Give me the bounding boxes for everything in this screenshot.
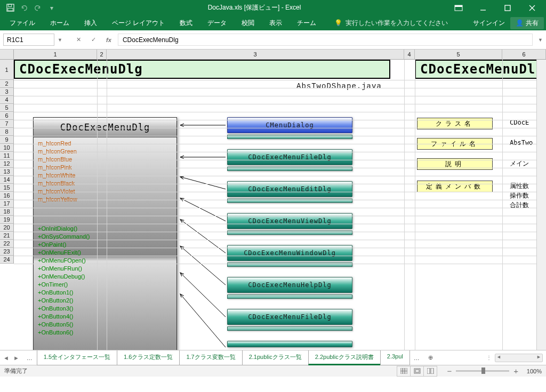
- signin-link[interactable]: サインイン: [473, 19, 505, 28]
- sheet-nav-first-icon[interactable]: ◄: [3, 355, 9, 361]
- zoom-slider[interactable]: [456, 370, 509, 372]
- row-header[interactable]: 4: [0, 96, 14, 104]
- spreadsheet-grid[interactable]: 123456 123456789101112131415161718192021…: [0, 50, 546, 350]
- ribbon-tab[interactable]: ページ レイアウト: [105, 16, 172, 30]
- ribbon-tab[interactable]: 挿入: [77, 16, 105, 30]
- svg-line-16: [180, 294, 226, 347]
- row-header[interactable]: 23: [0, 248, 14, 256]
- ribbon-tab[interactable]: チーム: [290, 16, 324, 30]
- svg-rect-24: [427, 368, 430, 374]
- related-class-box[interactable]: [227, 341, 352, 347]
- uml-operation: +OnButton3(): [38, 305, 172, 313]
- cancel-formula-icon[interactable]: ✕: [73, 34, 85, 46]
- new-sheet-icon[interactable]: ⊕: [424, 352, 437, 364]
- ribbon-tab[interactable]: データ: [200, 16, 234, 30]
- sheet-tab[interactable]: 1.7クラス変数一覧: [179, 350, 242, 365]
- sheet-tab[interactable]: 2.2publicクラス説明書: [308, 350, 381, 365]
- svg-rect-4: [455, 5, 462, 7]
- row-header[interactable]: 11: [0, 152, 14, 160]
- svg-rect-17: [400, 368, 407, 374]
- row-header[interactable]: 12: [0, 160, 14, 168]
- ribbon-tab[interactable]: 校閲: [234, 16, 262, 30]
- zoom-level[interactable]: 100%: [523, 368, 542, 374]
- ribbon-tab[interactable]: 数式: [172, 16, 200, 30]
- column-header[interactable]: 3: [107, 50, 404, 60]
- row-header[interactable]: 6: [0, 112, 14, 120]
- bulb-icon: 💡: [334, 19, 342, 27]
- sheet-more-icon[interactable]: …: [22, 352, 37, 364]
- column-header[interactable]: 6: [502, 50, 546, 60]
- row-header[interactable]: 19: [0, 216, 14, 224]
- row-header[interactable]: 20: [0, 224, 14, 232]
- row-header[interactable]: 13: [0, 168, 14, 176]
- ribbon-tabs: ファイル ホーム 挿入 ページ レイアウト 数式 データ 校閲 表示 チーム 💡…: [0, 15, 546, 30]
- fx-icon[interactable]: fx: [103, 34, 115, 46]
- row-header[interactable]: 24: [0, 256, 14, 264]
- class-header-cell[interactable]: CDocExecMenuDlg: [14, 60, 390, 79]
- row-header[interactable]: 7: [0, 120, 14, 128]
- formula-expand-icon[interactable]: ▼: [538, 37, 543, 43]
- class-header-cell-right[interactable]: CDocExecMenuDl: [415, 60, 545, 79]
- save-icon[interactable]: [4, 2, 16, 14]
- sheet-more-icon[interactable]: …: [410, 352, 424, 364]
- sheet-tab[interactable]: 2.1publicクラス一覧: [242, 350, 309, 365]
- vertical-scrollbar[interactable]: [536, 60, 546, 350]
- maximize-icon[interactable]: [496, 0, 519, 15]
- row-header[interactable]: 21: [0, 232, 14, 240]
- row-header[interactable]: 1: [0, 60, 14, 80]
- titlebar: ▾ DocJava.xls [保護ビュー] - Excel: [0, 0, 546, 15]
- ribbon-tab[interactable]: ホーム: [43, 16, 77, 30]
- side-value: メイン: [510, 159, 529, 168]
- row-header[interactable]: 5: [0, 104, 14, 112]
- sheet-nav-last-icon[interactable]: ►: [13, 355, 19, 361]
- sheet-tab[interactable]: 2.3pul: [380, 350, 410, 365]
- ribbon-display-icon[interactable]: [447, 0, 470, 15]
- column-header[interactable]: 1: [14, 50, 97, 60]
- share-button[interactable]: 👤 共有: [510, 17, 544, 29]
- normal-view-icon[interactable]: [397, 366, 411, 377]
- row-header[interactable]: 9: [0, 136, 14, 144]
- page-break-view-icon[interactable]: [423, 366, 437, 377]
- related-class-box[interactable]: CDocExecMenuHelpDlg: [227, 277, 352, 293]
- close-icon[interactable]: [520, 0, 544, 15]
- side-value: 操作数: [510, 191, 529, 200]
- name-box[interactable]: [3, 34, 54, 46]
- zoom-in-icon[interactable]: +: [513, 366, 518, 375]
- zoom-out-icon[interactable]: −: [447, 366, 452, 375]
- undo-icon[interactable]: [18, 2, 30, 14]
- column-header[interactable]: 2: [97, 50, 107, 60]
- ribbon-tab[interactable]: 表示: [262, 16, 290, 30]
- row-header[interactable]: 10: [0, 144, 14, 152]
- row-header[interactable]: 2: [0, 80, 14, 88]
- svg-rect-25: [431, 368, 433, 374]
- java-filename: AbsTwoDShape.java: [296, 82, 382, 91]
- related-class-box[interactable]: CDocExecMenuFileDlg: [227, 309, 352, 325]
- name-box-dropdown-icon[interactable]: ▼: [58, 37, 62, 43]
- row-header[interactable]: 16: [0, 192, 14, 200]
- svg-rect-23: [415, 370, 419, 372]
- row-header[interactable]: 3: [0, 88, 14, 96]
- row-header[interactable]: 17: [0, 200, 14, 208]
- window-title: DocJava.xls [保護ビュー] - Excel: [62, 3, 447, 12]
- formula-input[interactable]: [118, 34, 533, 46]
- qat-dropdown-icon[interactable]: ▾: [46, 2, 58, 14]
- share-label: 共有: [526, 19, 539, 28]
- minimize-icon[interactable]: [471, 0, 495, 15]
- sheet-tab[interactable]: 1.6クラス定数一覧: [117, 350, 180, 365]
- column-header[interactable]: 4: [404, 50, 415, 60]
- select-all-corner[interactable]: [0, 50, 14, 60]
- row-header[interactable]: 8: [0, 128, 14, 136]
- ribbon-tab[interactable]: ファイル: [2, 16, 43, 30]
- row-header[interactable]: 15: [0, 184, 14, 192]
- row-header[interactable]: 22: [0, 240, 14, 248]
- row-header[interactable]: 18: [0, 208, 14, 216]
- horizontal-scrollbar[interactable]: [495, 354, 543, 362]
- redo-icon[interactable]: [32, 2, 44, 14]
- uml-operation: +OnMenuFRun(): [38, 265, 172, 273]
- accept-formula-icon[interactable]: ✓: [88, 34, 100, 46]
- row-header[interactable]: 14: [0, 176, 14, 184]
- page-layout-view-icon[interactable]: [410, 366, 424, 377]
- sheet-tab[interactable]: 1.5全インタフェース一覧: [37, 350, 117, 365]
- tell-me[interactable]: 💡 実行したい作業を入力してください: [334, 19, 448, 28]
- column-header[interactable]: 5: [415, 50, 502, 60]
